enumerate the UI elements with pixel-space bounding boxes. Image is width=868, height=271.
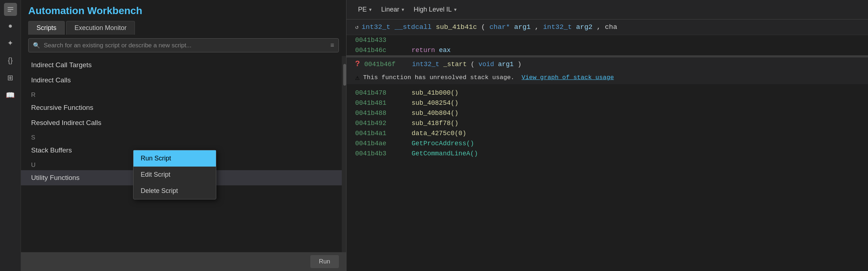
- param-1: arg1: [514, 23, 531, 31]
- list-item[interactable]: Indirect Calls: [21, 73, 346, 88]
- address: 0041b4a1: [346, 130, 397, 137]
- context-delete-script[interactable]: Delete Script: [133, 183, 216, 199]
- svg-rect-3: [8, 11, 11, 12]
- func-addr: 0041b46f: [364, 61, 408, 68]
- refresh-icon[interactable]: ↺: [355, 23, 359, 31]
- warning-icon: ⚠️: [355, 73, 359, 82]
- address: 0041b4ae: [346, 140, 397, 147]
- menu-icon[interactable]: ≡: [330, 42, 334, 49]
- top-bar: PE ▼ Linear ▼ High Level IL ▼: [346, 0, 868, 20]
- table-row: 0041b481 sub_408254(): [346, 98, 868, 108]
- left-panel: Automation Workbench Scripts Execution M…: [21, 0, 346, 271]
- svg-rect-1: [8, 7, 13, 8]
- list-item-resolved[interactable]: Resolved Indirect Calls: [21, 115, 346, 130]
- table-row: 0041b488 sub_40b804(): [346, 108, 868, 118]
- table-row: 0041b46c return eax: [346, 45, 868, 55]
- table-row: 0041b433: [346, 35, 868, 45]
- search-bar: 🔍 ≡: [28, 38, 339, 52]
- section-label-s: S: [21, 130, 346, 143]
- bottom-bar: Run: [21, 252, 346, 271]
- app-icon: [4, 3, 17, 16]
- table-row: 0041b492 sub_418f78(): [346, 118, 868, 128]
- run-button[interactable]: Run: [310, 255, 339, 268]
- tab-scripts[interactable]: Scripts: [28, 21, 65, 35]
- address: 0041b433: [346, 36, 397, 44]
- sidebar-circle-icon[interactable]: ●: [3, 18, 18, 33]
- chevron-icon: ▼: [368, 7, 373, 12]
- code-section: 0041b478 sub_41b000() 0041b481 sub_40825…: [346, 84, 868, 162]
- code-content: sub_41b000(): [397, 89, 459, 96]
- warn-text: This function has unresolved stack usage…: [363, 74, 514, 81]
- panel-header: Automation Workbench: [21, 0, 346, 17]
- address: 0041b46c: [346, 47, 397, 54]
- type-keyword: int32_t: [362, 23, 391, 31]
- func-call: GetProcAddress(): [412, 140, 474, 147]
- panel-title: Automation Workbench: [28, 5, 142, 17]
- chevron-icon: ▼: [453, 7, 458, 12]
- sidebar-book-icon[interactable]: 📖: [3, 87, 18, 103]
- code-signature: int32_t __stdcall sub_41b41c ( char* arg…: [362, 23, 617, 31]
- code-content: return eax: [397, 47, 451, 54]
- svg-rect-2: [8, 9, 13, 10]
- func-call: sub_40b804(): [412, 109, 459, 117]
- code-area: ↺ int32_t __stdcall sub_41b41c ( char* a…: [346, 20, 868, 271]
- code-content: sub_408254(): [397, 99, 459, 107]
- list-item-recursive[interactable]: Recursive Functions: [21, 100, 346, 115]
- search-icon: 🔍: [33, 42, 40, 49]
- address: 0041b488: [346, 109, 397, 117]
- sidebar-brackets-icon[interactable]: {}: [3, 53, 18, 68]
- dropdown-pe[interactable]: PE ▼: [355, 4, 375, 15]
- table-row: 0041b4a1 data_4275c0(0): [346, 128, 868, 138]
- table-row: 0041b4b3 GetCommandLineA(): [346, 149, 868, 159]
- table-row: 0041b4ae GetProcAddress(): [346, 138, 868, 149]
- func-section: ? 0041b46f int32_t _start ( void arg1 ): [346, 57, 868, 71]
- dropdown-linear[interactable]: Linear ▼: [378, 4, 408, 15]
- address: 0041b481: [346, 99, 397, 107]
- code-rows: 0041b433 0041b46c return eax: [346, 35, 868, 55]
- tabs-row: Scripts Execution Monitor: [21, 17, 346, 35]
- func-name: sub_41b41c: [436, 23, 477, 31]
- code-content: sub_40b804(): [397, 109, 459, 117]
- func-call: GetCommandLineA(): [412, 150, 478, 157]
- table-row: 0041b478 sub_41b000(): [346, 88, 868, 98]
- code-content: GetCommandLineA(): [397, 150, 478, 157]
- context-menu: Run Script Edit Script Delete Script: [133, 150, 216, 199]
- sidebar-star-icon[interactable]: ✦: [3, 35, 18, 51]
- tab-execution-monitor[interactable]: Execution Monitor: [66, 21, 135, 35]
- param-type-2: int32_t: [543, 23, 572, 31]
- chevron-icon: ▼: [401, 7, 405, 12]
- context-edit-script[interactable]: Edit Script: [133, 167, 216, 183]
- list-item[interactable]: Indirect Call Targets: [21, 57, 346, 73]
- scrollbar-track[interactable]: [342, 56, 346, 252]
- sidebar-grid-icon[interactable]: ⊞: [3, 70, 18, 85]
- context-run-script[interactable]: Run Script: [133, 150, 216, 167]
- call-keyword: __stdcall: [395, 23, 432, 31]
- address: 0041b492: [346, 120, 397, 127]
- code-header: ↺ int32_t __stdcall sub_41b41c ( char* a…: [346, 20, 868, 35]
- code-content: data_4275c0(0): [397, 130, 466, 137]
- func-call: data_4275c0(0): [412, 130, 466, 137]
- scrollbar-thumb[interactable]: [343, 64, 346, 86]
- param-2: arg2: [576, 23, 593, 31]
- script-list: Indirect Call Targets Indirect Calls R R…: [21, 56, 346, 252]
- address: 0041b4b3: [346, 150, 397, 157]
- func-sig: int32_t _start ( void arg1 ): [412, 61, 522, 68]
- right-panel: PE ▼ Linear ▼ High Level IL ▼ ↺ int32_t …: [346, 0, 868, 271]
- sidebar: ● ✦ {} ⊞ 📖: [0, 0, 21, 271]
- question-icon: ?: [355, 60, 360, 69]
- address: 0041b478: [346, 89, 397, 96]
- func-call: sub_41b000(): [412, 89, 459, 96]
- func-call: sub_418f78(): [412, 120, 459, 127]
- dropdown-hlil[interactable]: High Level IL ▼: [411, 4, 460, 15]
- param-type-1: char*: [489, 23, 510, 31]
- search-input[interactable]: [44, 42, 327, 49]
- warn-link[interactable]: View graph of stack usage: [522, 74, 614, 81]
- warn-row: ⚠️ This function has unresolved stack us…: [346, 71, 868, 84]
- func-call: sub_408254(): [412, 99, 459, 107]
- code-content: GetProcAddress(): [397, 140, 474, 147]
- section-label-r: R: [21, 88, 346, 100]
- code-content: sub_418f78(): [397, 120, 459, 127]
